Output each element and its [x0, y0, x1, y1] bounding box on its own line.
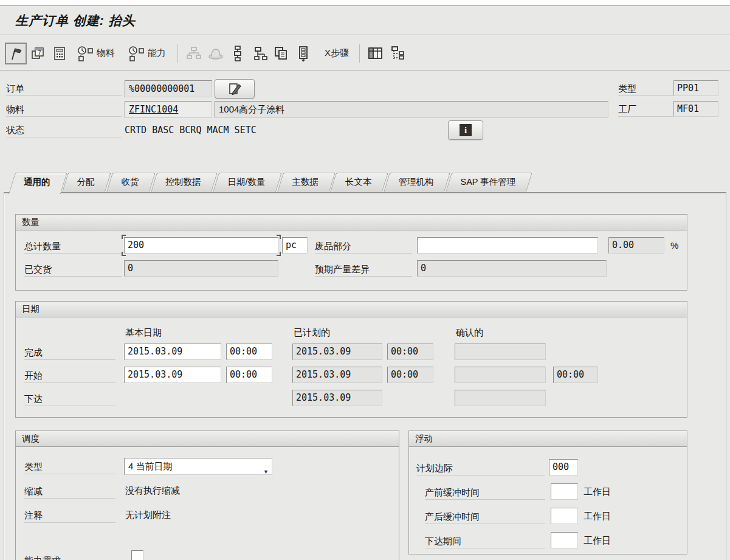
order-number-field: %00000000001: [125, 80, 212, 97]
read-pp-master-data-button[interactable]: 7: [27, 43, 49, 64]
float-after-label: 产后缓冲时间: [425, 511, 545, 524]
status-info-button[interactable]: i: [448, 120, 483, 140]
dates-group-title: 日期: [16, 302, 687, 317]
expected-variance-field: 0: [417, 260, 607, 277]
order-field-label: 订单: [6, 83, 122, 96]
release-flag-button[interactable]: [5, 43, 27, 64]
capacity-reqmts-label: 能力需求: [24, 551, 115, 560]
reduction-label: 缩减: [24, 485, 115, 499]
document-queue-button[interactable]: [292, 43, 314, 64]
float-before-label: 产前缓冲时间: [425, 486, 545, 500]
xsteps-label: X步骤: [325, 47, 349, 59]
scheduling-group: 调度 类型 4 当前日期 ▼ 缩减 没有执行缩减 注释 无计划附注 能力需求: [15, 430, 399, 560]
floats-group: 浮动 计划边际 000 产前缓冲时间 工作日 产后缓冲时间 工作日 下达期间 工…: [408, 430, 687, 555]
tab-goods-receipt[interactable]: 收货: [106, 173, 150, 192]
delivered-field: 0: [124, 260, 278, 277]
release-period-label: 下达期间: [425, 535, 545, 548]
plant-field: MF01: [673, 101, 718, 117]
status-value: CRTD BASC BCRQ MACM SETC: [125, 122, 257, 139]
scheduling-margin-field[interactable]: 000: [549, 459, 578, 475]
percent-sign: %: [670, 237, 678, 254]
tab-master-data[interactable]: 主数据: [277, 173, 329, 192]
total-quantity-field[interactable]: 200: [124, 237, 278, 254]
toolbar-separator: [177, 44, 178, 63]
release-period-field[interactable]: [551, 532, 578, 548]
float-before-field[interactable]: [551, 483, 578, 500]
edit-pencil-icon: [227, 81, 243, 96]
flag-icon: [9, 46, 23, 61]
note-value: 无计划附注: [125, 506, 171, 523]
unit-field[interactable]: pc: [282, 237, 308, 254]
order-type-field: PP01: [673, 80, 718, 96]
title-divider: [0, 34, 730, 35]
window-top-strip: [0, 0, 730, 6]
total-quantity-label: 总计数量: [24, 240, 122, 254]
copy-documents-button[interactable]: [270, 43, 292, 64]
quantity-group: 数量 总计数量 200 pc 废品部分 0.00 % 已交货 0 预期产量差异 …: [15, 214, 687, 291]
toolbar-separator-2: [359, 44, 360, 63]
scrap-percent-field: 0.00: [608, 237, 664, 254]
start-basic-time-field[interactable]: 00:00: [226, 367, 272, 383]
scheduling-margin-label: 计划边际: [416, 462, 545, 475]
table-view-button[interactable]: [365, 43, 387, 64]
start-confirmed-time-field: 00:00: [553, 367, 598, 383]
finish-basic-time-field[interactable]: 00:00: [226, 344, 272, 360]
org-chart-dark-icon: [252, 46, 267, 61]
finish-scheduled-date-field: 2015.03.09: [292, 344, 382, 360]
header-field-area: 订单 %00000000001 类型 PP01 物料 ZFINC1004 100…: [0, 72, 730, 164]
hat-button-disabled: [205, 43, 227, 64]
status-field-label: 状态: [6, 124, 122, 137]
finish-row-label: 完成: [24, 347, 115, 360]
tab-control-data[interactable]: 控制数据: [151, 173, 212, 192]
scrap-portion-field[interactable]: [417, 237, 598, 254]
floats-group-title: 浮动: [409, 431, 687, 447]
tree-view-button[interactable]: [387, 43, 408, 64]
release-scheduled-date-field: 2015.03.09: [292, 390, 382, 406]
long-text-edit-button[interactable]: [215, 79, 255, 99]
finish-confirmed-date-field: [455, 344, 546, 360]
operation-sequence-button[interactable]: [227, 43, 249, 64]
material-availability-check-button[interactable]: 物料: [74, 43, 117, 64]
table-icon: [367, 46, 384, 61]
start-scheduled-time-field: 00:00: [387, 367, 433, 383]
tab-strip: 通用的 分配 收货 控制数据 日期/数量 主数据 长文本 管理机构 SAP 事件…: [9, 173, 726, 192]
sequence-flow-icon: [230, 45, 245, 62]
list-queue-icon: [296, 45, 311, 62]
capacity-check-button[interactable]: 能力: [125, 43, 168, 64]
tab-general[interactable]: 通用的: [9, 173, 61, 192]
quantity-group-title: 数量: [16, 215, 687, 230]
tab-long-text[interactable]: 长文本: [330, 173, 382, 192]
xsteps-button[interactable]: X步骤: [323, 43, 351, 64]
float-after-workdays: 工作日: [584, 508, 611, 524]
material-number-field[interactable]: ZFINC1004: [125, 101, 212, 118]
capacity-check-label: 能力: [148, 47, 166, 59]
tab-assignment[interactable]: 分配: [62, 173, 105, 192]
scheduled-column-header: 已计划的: [294, 327, 330, 339]
scheduling-type-dropdown[interactable]: 4 当前日期 ▼: [124, 458, 272, 475]
material-description-field: 1004高分子涂料: [215, 101, 608, 118]
scrap-portion-label: 废品部分: [315, 240, 412, 254]
finish-basic-date-field[interactable]: 2015.03.09: [124, 344, 221, 360]
tab-administration[interactable]: 管理机构: [384, 173, 444, 192]
focus-frame: 200: [124, 237, 278, 254]
float-after-field[interactable]: [551, 508, 578, 524]
start-confirmed-date-field: [455, 367, 546, 383]
capacity-reqmts-checkbox[interactable]: [131, 550, 143, 560]
order-hierarchy-button[interactable]: [249, 43, 270, 64]
org-chart-icon: [186, 46, 202, 61]
tab-dates-quantities[interactable]: 日期/数量: [213, 173, 276, 192]
calculator-icon: [52, 46, 67, 61]
calculate-costs-button[interactable]: [49, 43, 71, 64]
capacity-clock-icon: [127, 45, 145, 62]
application-toolbar: 7 物料 能力 X步骤: [0, 36, 730, 71]
start-scheduled-date-field: 2015.03.09: [292, 367, 382, 383]
scheduling-group-title: 调度: [16, 431, 399, 447]
copy-documents-icon: [273, 45, 290, 62]
expected-variance-label: 预期产量差异: [315, 263, 412, 277]
start-basic-date-field[interactable]: 2015.03.09: [124, 367, 221, 383]
svg-text:7: 7: [38, 50, 41, 56]
release-confirmed-date-field: [455, 390, 546, 406]
material-check-label: 物料: [97, 47, 115, 59]
tab-sap-event-management[interactable]: SAP 事件管理: [446, 173, 526, 192]
release-period-workdays: 工作日: [584, 532, 611, 548]
